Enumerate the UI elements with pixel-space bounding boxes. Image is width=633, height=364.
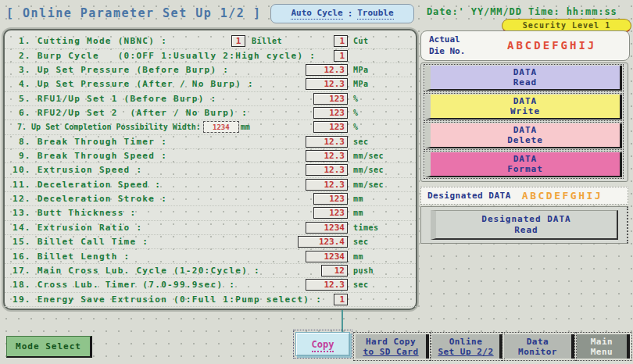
parameter-label: 13. Butt Thickness : bbox=[13, 208, 136, 218]
value-box[interactable]: 1 bbox=[334, 50, 348, 62]
button-line1: Hard Copy bbox=[366, 337, 416, 347]
unit-label: sec bbox=[353, 237, 369, 246]
online-setup-2-button[interactable]: OnlineSet Up 2/2 bbox=[432, 334, 502, 359]
parameter-row: 18. Cross Lub. Timer (7.0-99.9sec) :12.3… bbox=[5, 278, 416, 293]
unit-label: mm/sec bbox=[353, 180, 384, 189]
data-write-button[interactable]: DATAWrite bbox=[425, 95, 622, 120]
button-line2: Menu bbox=[591, 347, 613, 357]
parameter-row: 13. Butt Thickness :123mm bbox=[5, 206, 416, 221]
data-button-line2: Write bbox=[510, 106, 540, 116]
designated-read-panel: Designated DATA Read bbox=[420, 206, 628, 244]
unit-label: times bbox=[353, 223, 379, 232]
value-box[interactable]: 12.3 bbox=[306, 78, 348, 90]
unit-label: MPa bbox=[353, 80, 369, 88]
value-box[interactable]: 12.3 bbox=[306, 164, 348, 176]
button-line1: Data bbox=[527, 337, 549, 347]
inline-unit-label: mm bbox=[241, 123, 250, 131]
data-button-line2: Delete bbox=[507, 135, 543, 145]
auto-cycle-trouble-button[interactable]: Auto Cycle: Trouble bbox=[270, 4, 414, 23]
parameter-label: 1. Cutting Mode (NBNC) : bbox=[13, 36, 167, 46]
data-format-button[interactable]: DATAFormat bbox=[425, 152, 622, 177]
unit-label: % bbox=[353, 109, 359, 117]
value-box[interactable]: 123 bbox=[313, 93, 348, 105]
parameter-row: 5. RFU1/Up Set 1 (Before Burp) :123% bbox=[5, 91, 416, 106]
designated-data-label: Designated DATA bbox=[427, 191, 511, 201]
value-box[interactable]: 1 bbox=[334, 294, 348, 305]
data-button-line1: DATA bbox=[513, 67, 538, 77]
actual-die-label: Actual Die No. bbox=[429, 34, 465, 57]
button-line2: Monitor bbox=[518, 347, 557, 357]
parameter-label: 5. RFU1/Up Set 1 (Before Burp) : bbox=[13, 94, 216, 104]
data-buttons-panel: DATAReadDATAWriteDATADeleteDATAFormat bbox=[420, 62, 628, 182]
unit-label: sec bbox=[353, 280, 369, 289]
parameter-row: 9. Break Through Speed :12.3mm/sec bbox=[5, 149, 416, 164]
parameter-row: 4. Up Set Pressure (After / No Burp) :12… bbox=[5, 77, 416, 92]
auto-cycle-state: Trouble bbox=[357, 8, 393, 20]
parameter-row: 12. Deceleration Stroke :123mm bbox=[5, 192, 416, 207]
parameter-row: 19. Energy Save Extrusion (0:Full 1:Pump… bbox=[5, 292, 416, 307]
value-box[interactable]: 12.3 bbox=[306, 136, 348, 148]
value-box[interactable]: 123 bbox=[313, 207, 348, 219]
unit-label: sec bbox=[353, 137, 369, 146]
hard-copy-sd-button[interactable]: Hard Copyto SD Card bbox=[356, 334, 429, 359]
parameter-label: 9. Break Through Speed : bbox=[13, 151, 167, 161]
unit-label: mm bbox=[353, 209, 363, 217]
designated-die-no-value: ABCDEFGHIJ bbox=[522, 190, 603, 202]
mode-select-button[interactable]: Mode Select bbox=[6, 336, 92, 358]
value-box[interactable]: 123 bbox=[313, 107, 348, 119]
designated-data-read-button[interactable]: Designated DATA Read bbox=[431, 210, 618, 240]
parameter-label: 17. Main Cross Lub. Cycle (1-20:Cycle) : bbox=[13, 266, 260, 276]
parameter-row: 8. Break Through Timer :12.3sec bbox=[5, 134, 416, 149]
value-box[interactable]: 12.3 bbox=[306, 279, 348, 291]
main-menu-button[interactable]: MainMenu bbox=[577, 334, 630, 359]
parameter-row: 11. Deceleration Speed :12.3mm/sec bbox=[5, 178, 416, 193]
unit-label: push bbox=[353, 266, 374, 275]
parameter-label: 14. Extrusion Ratio : bbox=[13, 223, 142, 233]
value-box[interactable]: 12.3 bbox=[306, 150, 348, 162]
parameter-row: 17. Main Cross Lub. Cycle (1-20:Cycle) :… bbox=[5, 264, 416, 279]
parameter-row: 10. Extrusion Speed :12.3mm/sec bbox=[5, 163, 416, 178]
parameter-label: 12. Deceleration Stroke : bbox=[13, 194, 167, 204]
parameter-row: 16. Billet Length :1234mm bbox=[5, 249, 416, 264]
value-box[interactable]: 12 bbox=[321, 265, 348, 277]
parameter-label: 11. Deceleration Speed : bbox=[13, 180, 161, 190]
value-box[interactable]: 123.4 bbox=[298, 236, 348, 248]
parameter-row: 15. Billet Call Time :123.4sec bbox=[5, 235, 416, 250]
data-button-line1: DATA bbox=[513, 154, 538, 164]
value-box[interactable]: 12.3 bbox=[306, 64, 348, 76]
mid-value-box[interactable]: 1 bbox=[231, 35, 245, 47]
actual-die-panel: Actual Die No. ABCDEFGHIJ bbox=[420, 30, 630, 61]
button-line2: Set Up 2/2 bbox=[438, 347, 493, 357]
copy-label: Copy bbox=[312, 339, 334, 352]
button-line1: Online bbox=[449, 337, 483, 347]
copy-connector-line bbox=[342, 310, 343, 333]
designated-data-bar: Designated DATA ABCDEFGHIJ bbox=[420, 187, 628, 205]
parameter-label: 15. Billet Call Time : bbox=[13, 237, 148, 247]
copy-button[interactable]: Copy bbox=[295, 332, 350, 356]
value-box[interactable]: 123 bbox=[313, 121, 348, 133]
value-box[interactable]: 123 bbox=[313, 193, 348, 205]
parameter-list-panel: 1. Cutting Mode (NBNC) :1Billet1Cut 2. B… bbox=[3, 29, 417, 310]
value-box[interactable]: 1234 bbox=[306, 222, 348, 234]
parameter-row: 14. Extrusion Ratio :1234times bbox=[5, 221, 416, 236]
unit-label: mm bbox=[353, 194, 363, 203]
unit-label: % bbox=[353, 95, 359, 103]
parameter-label: 8. Break Through Timer : bbox=[13, 137, 167, 147]
data-monitor-button[interactable]: DataMonitor bbox=[504, 334, 574, 359]
parameter-label: 16. Billet Length : bbox=[13, 252, 131, 262]
parameter-row: 3. Up Set Pressure (Before Burp) :12.3MP… bbox=[5, 63, 416, 78]
value-box[interactable]: 12.3 bbox=[306, 179, 348, 191]
value-box[interactable]: 1234 bbox=[306, 251, 348, 262]
data-delete-button[interactable]: DATADelete bbox=[425, 123, 622, 148]
parameter-label: 19. Energy Save Extrusion (0:Full 1:Pump… bbox=[13, 294, 322, 305]
unit-label: Cut bbox=[353, 37, 369, 45]
data-read-button[interactable]: DATARead bbox=[425, 66, 622, 91]
unit-label: mm/sec bbox=[353, 166, 384, 174]
unit-label: mm bbox=[353, 252, 363, 261]
parameter-label: 7. Up Set Completion Possibility Width: bbox=[13, 123, 201, 131]
value-box[interactable]: 1 bbox=[334, 35, 348, 47]
parameter-label: 18. Cross Lub. Timer (7.0-99.9sec) : bbox=[13, 280, 235, 290]
mid-value-label: Billet bbox=[252, 37, 282, 45]
inline-value-box[interactable]: 1234 bbox=[203, 121, 239, 133]
button-line2: to SD Card bbox=[363, 347, 418, 357]
